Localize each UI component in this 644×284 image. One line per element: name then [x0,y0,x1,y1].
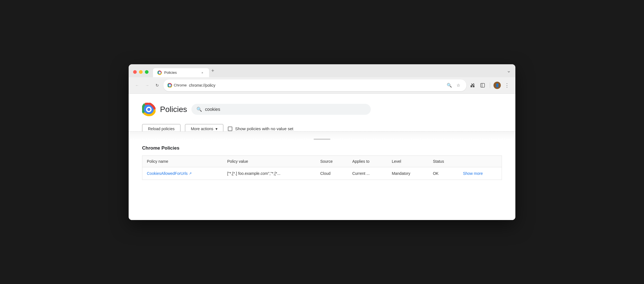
search-container: 🔍 [191,104,371,115]
minimize-window-button[interactable] [139,70,143,74]
extension-icon [470,83,475,88]
policy-table: Policy name Policy value Source Applies … [142,155,502,180]
profile-button[interactable]: 👤 [494,82,501,89]
svg-rect-6 [472,84,473,85]
more-actions-label: More actions [191,127,213,131]
page-content: Policies 🔍 Reload policies More actions … [129,94,515,220]
address-bar[interactable]: Chrome chrome://policy 🔍 ☆ [163,79,466,91]
site-favicon-icon [168,83,172,88]
page-title: Policies [160,105,187,114]
bookmark-button[interactable]: ☆ [454,81,462,89]
header-status: Status [428,155,458,167]
policy-value-cell: ["*,[*.] foo.example.com","*,[*... [223,167,316,180]
sidebar-button[interactable] [479,81,487,89]
site-identity: Chrome [168,83,187,88]
policy-name-link[interactable]: CookiesAllowedForUrls ↗ [147,171,218,176]
active-tab[interactable]: Policies × [153,68,209,77]
browser-window: Policies × + ⌄ ← → ↻ Chrome chrome://po [129,64,515,220]
maximize-window-button[interactable] [145,70,149,74]
url-display: chrome://policy [189,83,443,88]
tab-title: Policies [164,70,198,75]
toolbar: ← → ↻ Chrome chrome://policy 🔍 ☆ [129,77,515,94]
forward-button[interactable]: → [143,81,151,89]
scroll-shadow [129,131,515,140]
tab-close-button[interactable]: × [200,70,205,75]
reload-policies-label: Reload policies [148,127,175,131]
avatar-icon: 👤 [495,83,499,87]
address-bar-icons: 🔍 ☆ [445,81,462,89]
search-icon: 🔍 [196,107,202,112]
table-row: CookiesAllowedForUrls ↗ ["*,[*.] foo.exa… [142,167,502,180]
site-name: Chrome [174,83,187,87]
svg-rect-5 [473,85,474,87]
search-bar: 🔍 [191,104,371,115]
applies-to-cell: Current ... [348,167,387,180]
source-cell: Cloud [316,167,348,180]
chrome-policies-section: Chrome Policies Policy name Policy value… [142,145,502,180]
show-more-link[interactable]: Show more [463,171,483,176]
level-cell: Mandatory [387,167,428,180]
chrome-logo-icon [142,103,156,116]
close-window-button[interactable] [133,70,137,74]
tab-favicon [157,70,162,75]
back-button[interactable]: ← [133,81,141,89]
svg-rect-7 [481,83,485,87]
status-cell: OK [428,167,458,180]
new-tab-button[interactable]: + [211,68,214,77]
checkbox-label: Show policies with no value set [235,126,293,131]
header-policy-value: Policy value [223,155,316,167]
external-link-icon: ↗ [189,171,192,175]
header-level: Level [387,155,428,167]
policy-search-input[interactable] [205,107,366,112]
table-header-row: Policy name Policy value Source Applies … [142,155,502,167]
policy-name-text: CookiesAllowedForUrls [147,171,188,176]
menu-button[interactable]: ⋮ [503,81,511,89]
scrollbar-indicator [314,139,330,140]
page-header: Policies 🔍 [142,103,502,116]
svg-point-3 [169,84,171,86]
lens-search-button[interactable]: 🔍 [445,81,453,89]
svg-point-13 [147,108,150,111]
show-no-value-checkbox[interactable]: Show policies with no value set [228,126,293,131]
chrome-favicon-icon [157,70,162,75]
toolbar-divider [490,83,490,88]
title-bar: Policies × + ⌄ [129,64,515,77]
policy-name-cell: CookiesAllowedForUrls ↗ [142,167,223,180]
header-source: Source [316,155,348,167]
header-action [458,155,502,167]
header-applies-to: Applies to [348,155,387,167]
svg-point-1 [159,72,161,74]
window-minimize-icon[interactable]: ⌄ [507,68,511,77]
dropdown-arrow-icon: ▾ [216,127,217,131]
traffic-lights [133,70,149,77]
extensions-button[interactable] [469,81,476,89]
reload-button[interactable]: ↻ [153,81,161,89]
action-cell: Show more [458,167,502,180]
checkbox-control[interactable] [228,127,232,131]
svg-rect-4 [471,85,472,87]
sidebar-icon [480,83,485,88]
section-title: Chrome Policies [142,145,502,151]
header-policy-name: Policy name [142,155,223,167]
